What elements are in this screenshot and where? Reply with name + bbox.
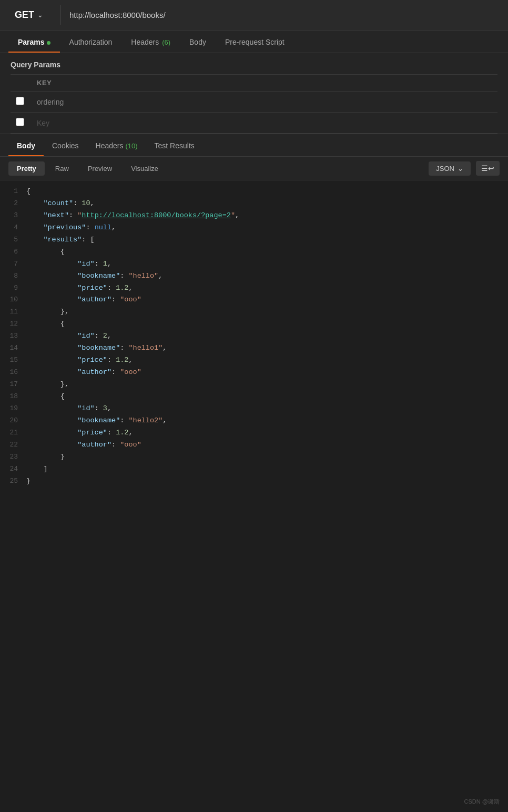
code-line-5: 5 "results": [ — [0, 234, 508, 246]
tab-body[interactable]: Body — [180, 31, 216, 53]
line-content-18: { — [26, 391, 508, 403]
url-input[interactable] — [61, 6, 500, 24]
tab-body-label: Body — [189, 38, 206, 46]
line-content-23: } — [26, 451, 508, 463]
line-num-14: 14 — [0, 342, 26, 354]
response-tab-testresults[interactable]: Test Results — [146, 134, 203, 156]
line-num-5: 5 — [0, 234, 26, 246]
param-row-2: Key — [11, 113, 497, 134]
param-checkbox-cell-2 — [11, 113, 32, 134]
line-num-13: 13 — [0, 330, 26, 342]
line-content-6: { — [26, 246, 508, 258]
params-dot — [47, 41, 50, 45]
code-line-17: 17 }, — [0, 379, 508, 391]
line-content-1: { — [26, 186, 508, 198]
code-line-12: 12 { — [0, 318, 508, 330]
response-tab-cookies-label: Cookies — [52, 141, 79, 150]
query-params-section: Query Params KEY ordering Key — [0, 53, 508, 134]
line-content-2: "count": 10, — [26, 198, 508, 210]
response-tab-headers-label: Headers — [96, 141, 126, 150]
line-content-19: "id": 3, — [26, 403, 508, 415]
line-content-21: "price": 1.2, — [26, 427, 508, 439]
line-content-14: "bookname": "hello1", — [26, 342, 508, 354]
wrap-button[interactable]: ☰↩ — [476, 161, 500, 176]
chevron-down-icon-2: ⌄ — [458, 165, 463, 172]
param-key-2[interactable]: Key — [32, 113, 497, 134]
col-checkbox — [11, 75, 32, 92]
response-tab-cookies[interactable]: Cookies — [44, 134, 87, 156]
line-num-24: 24 — [0, 463, 26, 475]
line-content-22: "author": "ooo" — [26, 439, 508, 451]
code-line-25: 25 } — [0, 475, 508, 488]
line-num-6: 6 — [0, 246, 26, 258]
format-bar: Pretty Raw Preview Visualize JSON ⌄ ☰↩ — [0, 157, 508, 180]
code-line-10: 10 "author": "ooo" — [0, 294, 508, 306]
line-content-5: "results": [ — [26, 234, 508, 246]
method-text: GET — [15, 9, 34, 21]
line-num-9: 9 — [0, 282, 26, 294]
code-area: 1 { 2 "count": 10, 3 "next": "http://loc… — [0, 180, 508, 492]
response-tabs: Body Cookies Headers (10) Test Results — [0, 134, 508, 157]
response-tab-headers[interactable]: Headers (10) — [87, 134, 146, 156]
code-line-18: 18 { — [0, 391, 508, 403]
line-content-25: } — [26, 475, 508, 488]
tab-headers[interactable]: Headers (6) — [121, 31, 180, 53]
request-tabs: Params Authorization Headers (6) Body Pr… — [0, 31, 508, 53]
code-line-6: 6 { — [0, 246, 508, 258]
format-preview-btn[interactable]: Preview — [79, 161, 120, 176]
line-num-10: 10 — [0, 294, 26, 306]
line-content-3: "next": "http://localhost:8000/books/?pa… — [26, 210, 508, 222]
line-num-22: 22 — [0, 439, 26, 451]
method-selector[interactable]: GET ⌄ — [8, 5, 61, 25]
format-raw-btn[interactable]: Raw — [47, 161, 77, 176]
col-key: KEY — [32, 75, 497, 92]
line-content-24: ] — [26, 463, 508, 475]
url-bar: GET ⌄ — [0, 0, 508, 31]
format-pretty-btn[interactable]: Pretty — [8, 161, 45, 176]
line-content-15: "price": 1.2, — [26, 354, 508, 367]
line-num-12: 12 — [0, 318, 26, 330]
tab-authorization[interactable]: Authorization — [60, 31, 122, 53]
chevron-down-icon: ⌄ — [37, 12, 43, 19]
code-line-7: 7 "id": 1, — [0, 258, 508, 270]
code-line-22: 22 "author": "ooo" — [0, 439, 508, 451]
response-tab-body[interactable]: Body — [8, 134, 44, 156]
param-key-1[interactable]: ordering — [32, 92, 497, 113]
code-line-1: 1 { — [0, 186, 508, 198]
line-content-4: "previous": null, — [26, 222, 508, 234]
line-content-8: "bookname": "hello", — [26, 270, 508, 282]
format-visualize-btn[interactable]: Visualize — [123, 161, 167, 176]
line-num-18: 18 — [0, 391, 26, 402]
headers-badge: (6) — [162, 38, 170, 46]
line-num-8: 8 — [0, 270, 26, 282]
response-tab-testresults-label: Test Results — [155, 141, 195, 150]
line-content-12: { — [26, 318, 508, 330]
code-line-16: 16 "author": "ooo" — [0, 367, 508, 379]
watermark: CSDN @谢斯 — [464, 798, 500, 806]
line-num-20: 20 — [0, 415, 26, 427]
line-num-11: 11 — [0, 306, 26, 318]
param-checkbox-1[interactable] — [16, 97, 24, 105]
param-checkbox-2[interactable] — [16, 118, 24, 126]
tab-params[interactable]: Params — [8, 31, 60, 53]
line-num-1: 1 — [0, 186, 26, 197]
line-content-17: }, — [26, 379, 508, 391]
line-content-10: "author": "ooo" — [26, 294, 508, 306]
code-line-21: 21 "price": 1.2, — [0, 427, 508, 439]
tab-authorization-label: Authorization — [69, 38, 113, 46]
code-line-19: 19 "id": 3, — [0, 403, 508, 415]
tab-prerequest[interactable]: Pre-request Script — [216, 31, 294, 53]
params-table: KEY ordering Key — [11, 74, 497, 134]
line-num-16: 16 — [0, 367, 26, 378]
query-params-title: Query Params — [11, 60, 497, 69]
json-label: JSON — [436, 165, 454, 172]
line-num-19: 19 — [0, 403, 26, 414]
code-line-15: 15 "price": 1.2, — [0, 354, 508, 367]
tab-headers-label: Headers — [131, 38, 161, 46]
response-tab-body-label: Body — [17, 141, 35, 150]
param-checkbox-cell-1 — [11, 92, 32, 113]
line-num-4: 4 — [0, 222, 26, 234]
line-num-2: 2 — [0, 198, 26, 209]
code-line-13: 13 "id": 2, — [0, 330, 508, 342]
json-format-selector[interactable]: JSON ⌄ — [429, 161, 471, 176]
